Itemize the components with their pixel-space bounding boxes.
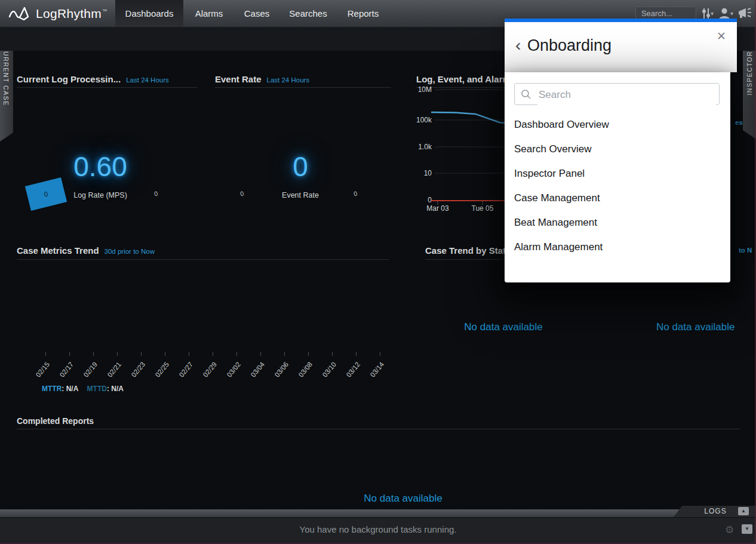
back-chevron-icon[interactable]: ‹ (515, 36, 521, 54)
y-tick-label: 100k (407, 116, 432, 124)
event-rate-label: Event Rate (253, 191, 348, 199)
widget-title: Case Trend by Status (425, 245, 517, 256)
widget-header-current-log-processing: Current Log Processin...Last 24 Hours (17, 74, 169, 85)
widget-time-range[interactable]: Last 24 Hours (126, 76, 169, 84)
tab-searches[interactable]: Searches (279, 0, 337, 27)
x-tick (117, 352, 118, 356)
chevron-down-icon: ▾ (711, 10, 714, 17)
widget-header-completed-reports: Completed Reports (17, 416, 94, 426)
widget-title: Log, Event, and Alarm (416, 74, 511, 84)
onboarding-item-alarm-management[interactable]: Alarm Management (514, 238, 603, 256)
nav-tabs: Dashboards Alarms Cases Searches Reports (115, 0, 389, 27)
divider (17, 259, 389, 260)
gauge-max-label: 0 (153, 189, 159, 197)
x-tick-label: 03/08 (281, 361, 314, 397)
x-tick (236, 352, 237, 356)
x-tick-label: Tue 05 (465, 204, 500, 213)
no-data-message: No data available (456, 321, 551, 333)
event-rate-value: 0 (253, 150, 348, 183)
divider (215, 87, 391, 88)
inspector-label: INSPECTOR (746, 51, 753, 96)
widget-header-event-rate: Event RateLast 24 Hours (215, 74, 309, 85)
onboarding-header: ‹ Onboarding ✕ (505, 22, 737, 72)
x-tick-label: 02/27 (162, 361, 194, 397)
onboarding-item-inspector-panel[interactable]: Inspector Panel (514, 165, 585, 183)
mttr-label: MTTR (42, 385, 62, 393)
tab-cases[interactable]: Cases (235, 0, 279, 27)
logrhythm-logo-icon (8, 5, 31, 22)
x-tick-label: 02/25 (138, 361, 170, 397)
x-tick (213, 352, 213, 356)
onboarding-item-dashboard-overview[interactable]: Dashboard Overview (514, 116, 609, 134)
onboarding-item-case-management[interactable]: Case Management (514, 189, 600, 207)
megaphone-icon (737, 7, 752, 21)
logs-label: LOGS (697, 507, 733, 515)
brand: LogRhythm ™ (8, 4, 107, 23)
x-tick (93, 352, 94, 356)
widget-title: Current Log Processin... (17, 74, 121, 84)
tab-dashboards[interactable]: Dashboards (115, 0, 183, 27)
y-tick-label: 1.0k (407, 143, 432, 151)
log-rate-label: Log Rate (MPS) (53, 191, 148, 199)
x-tick (141, 352, 142, 356)
collapse-down-icon[interactable]: ▼ (742, 524, 752, 534)
brand-name: LogRhythm (36, 7, 102, 21)
x-tick (45, 352, 46, 356)
gauge-arc-segment: 0 (25, 177, 67, 211)
x-tick-label: 02/29 (186, 361, 218, 397)
x-tick-label: 03/10 (305, 361, 337, 397)
x-tick (332, 352, 333, 356)
announcements-button[interactable] (737, 7, 752, 21)
widget-header-case-trend-by-status: Case Trend by Status (425, 245, 517, 256)
case-metrics-annotations: MTTR: N/A MTTD: N/A (42, 385, 124, 393)
no-data-message: No data available (355, 493, 451, 505)
onboarding-panel: Dashboard Overview Search Overview Inspe… (505, 72, 730, 282)
onboarding-item-search-overview[interactable]: Search Overview (514, 140, 591, 158)
x-tick-label: 03/04 (233, 361, 266, 397)
onboarding-item-beat-management[interactable]: Beat Management (514, 214, 597, 232)
x-tick (165, 352, 165, 356)
tab-alarms[interactable]: Alarms (183, 0, 235, 27)
current-case-label: CURRENT CASE (2, 46, 10, 106)
mttd-value: : N/A (107, 385, 124, 393)
background-tasks-bar: You have no background tasks running. ⚙ … (0, 517, 756, 543)
onboarding-search-input[interactable] (537, 84, 716, 105)
y-tick-label: 0 (407, 196, 432, 204)
expand-up-icon[interactable]: ▲ (738, 507, 749, 515)
mttd-label: MTTD (87, 385, 107, 393)
background-tasks-message: You have no background tasks running. (0, 524, 756, 534)
y-tick-label: 10 (407, 169, 432, 177)
mttr-value: : N/A (62, 385, 78, 393)
onboarding-accent-bar (505, 19, 737, 22)
gear-icon[interactable]: ⚙ (725, 524, 734, 536)
widget-title: Event Rate (215, 74, 262, 84)
divider (17, 429, 740, 429)
x-tick (189, 352, 189, 356)
x-tick (356, 352, 357, 356)
widget-title: Case Metrics Trend (17, 245, 99, 256)
logs-tab[interactable]: LOGS ▲ (674, 506, 756, 517)
widget-time-range[interactable]: 30d prior to Now (105, 248, 155, 255)
close-icon[interactable]: ✕ (717, 29, 726, 43)
x-tick (260, 352, 261, 356)
search-icon (521, 89, 531, 100)
x-tick (284, 352, 285, 356)
x-tick-label: 03/02 (210, 361, 242, 397)
x-tick (380, 352, 380, 356)
x-tick (69, 352, 70, 356)
onboarding-search-box (514, 83, 720, 105)
widget-header-case-metrics-trend: Case Metrics Trend30d prior to Now (17, 245, 155, 256)
x-tick-label: 03/14 (353, 361, 385, 397)
log-event-alarm-plot (430, 84, 508, 209)
tab-reports[interactable]: Reports (337, 0, 389, 27)
y-tick-label: 10M (407, 85, 432, 94)
gauge-min-label: 0 (44, 190, 49, 198)
x-tick-label: Mar 03 (420, 204, 456, 213)
onboarding-title: Onboarding (527, 36, 611, 55)
chevron-down-icon: ▾ (730, 10, 733, 17)
log-rate-value: 0.60 (53, 150, 148, 183)
gauge-max-label: 0 (352, 189, 359, 197)
divider (17, 87, 197, 88)
widget-time-range[interactable]: Last 24 Hours (267, 76, 310, 84)
divider (425, 259, 506, 260)
